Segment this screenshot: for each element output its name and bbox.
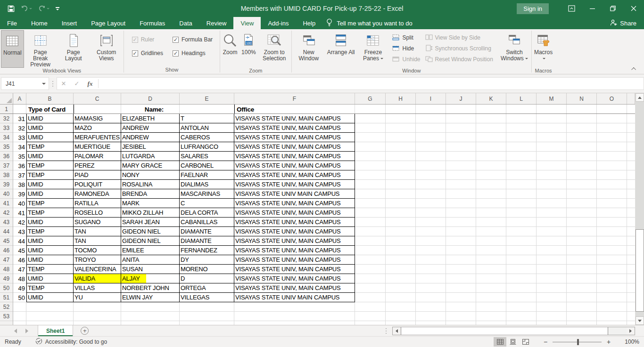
cell-middle-name[interactable]: ORTEGA bbox=[180, 283, 234, 293]
cell-middle-name[interactable]: VILLEGAS bbox=[180, 293, 234, 302]
cell-last-name[interactable]: POLIQUIT bbox=[74, 180, 121, 189]
cell-last-name[interactable]: MAZO bbox=[74, 123, 121, 133]
zoom-slider-thumb[interactable] bbox=[577, 339, 579, 345]
row-header-52[interactable]: 52 bbox=[0, 302, 13, 312]
cell-type-of-card[interactable]: UMID bbox=[26, 246, 74, 255]
cell-last-name[interactable]: TAN bbox=[74, 227, 121, 236]
formula-input[interactable] bbox=[100, 78, 644, 89]
horizontal-scrollbar-thumb[interactable] bbox=[401, 327, 608, 335]
name-box-dropdown-icon[interactable] bbox=[42, 83, 46, 85]
minimize-button[interactable] bbox=[582, 0, 603, 17]
scrollbar-resize-grip[interactable] bbox=[386, 328, 387, 334]
cell-first-name[interactable]: MIKKO ZILLAH bbox=[121, 208, 180, 218]
vertical-scrollbar-track[interactable] bbox=[636, 102, 644, 229]
tab-file[interactable]: File bbox=[0, 17, 24, 29]
cell-rownum[interactable]: 38 bbox=[13, 180, 26, 189]
cell-middle-name[interactable]: DIAMANTE bbox=[180, 236, 234, 246]
vertical-scrollbar-thumb[interactable] bbox=[636, 229, 644, 312]
zoom-to-selection-button[interactable]: Zoom to Selection bbox=[258, 30, 291, 68]
row-header-51[interactable]: 51 bbox=[0, 293, 13, 302]
cell-office[interactable]: VISAYAS STATE UNIV, MAIN CAMPUS bbox=[234, 114, 355, 123]
cell-office[interactable]: VISAYAS STATE UNIV, MAIN CAMPUS bbox=[234, 142, 355, 152]
column-header-M[interactable]: M bbox=[537, 93, 567, 104]
ribbon-display-options-icon[interactable] bbox=[561, 0, 582, 17]
macros-button[interactable]: Macros bbox=[532, 30, 554, 68]
select-all-button[interactable] bbox=[0, 93, 13, 104]
cell-middle-name[interactable]: FAELNAR bbox=[180, 170, 234, 180]
column-header-N[interactable]: N bbox=[567, 93, 597, 104]
headings-checkbox[interactable]: ✓ Headings bbox=[173, 50, 213, 56]
zoom-100-button[interactable]: 100 100% bbox=[239, 30, 258, 68]
page-break-preview-shortcut[interactable] bbox=[519, 337, 532, 347]
cell-first-name[interactable]: ELIZABETH bbox=[121, 114, 180, 123]
arrange-all-button[interactable]: Arrange All bbox=[325, 30, 357, 68]
cell-middle-name[interactable]: MORENO bbox=[180, 265, 234, 274]
cell-rownum[interactable]: 48 bbox=[13, 274, 26, 283]
cell-office[interactable]: VISAYAS STATE UNIV, MAIN CAMPUS bbox=[234, 180, 355, 189]
cell-last-name[interactable]: TAN bbox=[74, 236, 121, 246]
tab-formulas[interactable]: Formulas bbox=[132, 17, 172, 29]
row-header-45[interactable]: 45 bbox=[0, 236, 13, 246]
cell-office[interactable]: VISAYAS STATE UNIV, MAIN CAMPUS bbox=[234, 274, 355, 283]
cell-rownum[interactable]: 49 bbox=[13, 283, 26, 293]
cell-rownum[interactable]: 32 bbox=[13, 123, 26, 133]
new-window-button[interactable]: New Window bbox=[292, 30, 325, 68]
cell-last-name[interactable]: ROSELLO bbox=[74, 208, 121, 218]
cell-first-name[interactable]: GIDEON NIEL bbox=[121, 236, 180, 246]
cell-first-name[interactable]: ANITA bbox=[121, 255, 180, 265]
zoom-button[interactable]: Zoom bbox=[221, 30, 239, 68]
cell-office[interactable]: VISAYAS STATE UNIV, MAIN CAMPUS bbox=[234, 170, 355, 180]
cell-rownum[interactable]: 36 bbox=[13, 161, 26, 170]
cell-rownum[interactable]: 44 bbox=[13, 236, 26, 246]
cell-rownum[interactable]: 45 bbox=[13, 246, 26, 255]
cell-first-name[interactable]: NORBERT JOHN bbox=[121, 283, 180, 293]
column-header-B[interactable]: B bbox=[26, 93, 74, 104]
column-header-C[interactable]: C bbox=[74, 93, 121, 104]
cell-type-of-card[interactable]: UMID bbox=[26, 180, 74, 189]
cell-office[interactable]: VISAYAS STATE UNIV, MAIN CAMPUS bbox=[234, 161, 355, 170]
gridlines-checkbox[interactable]: ✓ Gridlines bbox=[132, 50, 163, 56]
cell-middle-name[interactable]: C bbox=[180, 199, 234, 208]
cell-last-name[interactable]: MUERTIGUE bbox=[74, 142, 121, 152]
formula-bar-checkbox[interactable]: ✓ Formula Bar bbox=[173, 36, 213, 43]
cell-type-of-card[interactable]: UMID bbox=[26, 236, 74, 246]
row-header-32[interactable]: 32 bbox=[0, 114, 13, 123]
cell-rownum[interactable]: 41 bbox=[13, 208, 26, 218]
column-header-A[interactable]: A bbox=[13, 93, 26, 104]
normal-view-button[interactable]: Normal bbox=[1, 30, 24, 68]
row-header-53[interactable]: 53 bbox=[0, 312, 13, 321]
cell-type-of-card[interactable]: UMID bbox=[26, 152, 74, 161]
cell-middle-name[interactable]: DY bbox=[180, 255, 234, 265]
cancel-icon[interactable]: ✕ bbox=[57, 80, 70, 87]
cell-rownum[interactable]: 39 bbox=[13, 189, 26, 199]
cell-office[interactable]: VISAYAS STATE UNIV MAIN CAMPUS bbox=[234, 189, 355, 199]
name-box[interactable]: J41 bbox=[1, 77, 49, 90]
column-header-J[interactable]: J bbox=[446, 93, 476, 104]
cell-office[interactable]: VISAYAS STATE UNIV MAIN CAMPUS bbox=[234, 293, 355, 302]
cell-type-of-card[interactable]: UMID bbox=[26, 133, 74, 142]
cell-middle-name[interactable]: DIALIMAS bbox=[180, 180, 234, 189]
cell-middle-name[interactable]: DIAMANTE bbox=[180, 227, 234, 236]
cell-first-name[interactable]: LUTGARDA bbox=[121, 152, 180, 161]
cell-rownum[interactable]: 50 bbox=[13, 293, 26, 302]
cell-rownum[interactable]: 33 bbox=[13, 133, 26, 142]
cell-middle-name[interactable]: FERNANDEZ bbox=[180, 246, 234, 255]
synchronous-scrolling-button[interactable]: Synchronous Scrolling bbox=[425, 44, 493, 53]
column-header-partial[interactable] bbox=[627, 93, 635, 104]
new-sheet-button[interactable]: + bbox=[81, 327, 89, 335]
tab-help[interactable]: Help bbox=[296, 17, 322, 29]
cell-first-name[interactable]: ROSALINA bbox=[121, 180, 180, 189]
cell-rownum[interactable]: 37 bbox=[13, 170, 26, 180]
tab-add-ins[interactable]: Add-ins bbox=[261, 17, 296, 29]
row-header-49[interactable]: 49 bbox=[0, 274, 13, 283]
cell-rownum[interactable]: 40 bbox=[13, 199, 26, 208]
tab-view[interactable]: View bbox=[233, 17, 261, 29]
cell-office[interactable]: VISAYAS STATE UNIV, MAIN CAMPUS bbox=[234, 123, 355, 133]
cell-first-name[interactable]: ANDREW bbox=[121, 123, 180, 133]
row-header-1[interactable]: 1 bbox=[0, 105, 13, 114]
column-header-G[interactable]: G bbox=[355, 93, 386, 104]
previous-sheet-icon[interactable] bbox=[14, 329, 17, 333]
cell-type-of-card[interactable]: TEMP bbox=[26, 208, 74, 218]
column-header-E[interactable]: E bbox=[180, 93, 234, 104]
redo-icon[interactable] bbox=[38, 5, 50, 12]
